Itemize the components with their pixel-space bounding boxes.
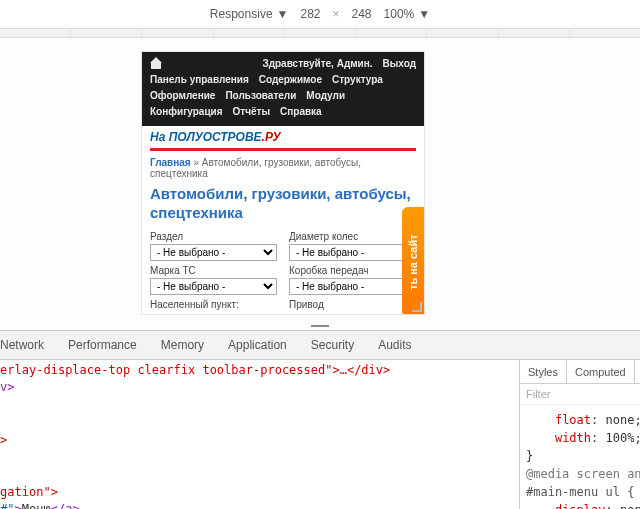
logo-text-2: ПОЛУОСТРОВЕ [169,130,262,144]
device-mode-label: Responsive [210,7,273,21]
styles-subtabs: Styles Computed E [520,360,640,384]
breadcrumb: Главная » Автомобили, грузовики, автобус… [142,157,424,185]
filter-label: Привод [289,299,416,310]
devtools-tab-audits[interactable]: Audits [378,338,411,352]
styles-subtab-more[interactable]: E [635,360,640,383]
devtools-tab-network[interactable]: Network [0,338,44,352]
home-icon[interactable] [150,59,162,69]
filter-select-gearbox[interactable]: - Не выбрано - [289,278,416,295]
dimension-separator: × [332,7,339,21]
breadcrumb-home[interactable]: Главная [150,157,191,168]
devtools-tab-performance[interactable]: Performance [68,338,137,352]
admin-menu-item[interactable]: Справка [280,104,322,120]
admin-menu-item[interactable]: Отчёты [233,104,270,120]
filter-grid: Раздел - Не выбрано - Диаметр колес - Не… [142,231,424,312]
filter-label: Марка ТС [150,265,277,276]
filter-block: Диаметр колес - Не выбрано - [289,231,416,261]
filter-block: Привод [289,299,416,312]
filter-label: Населенный пункт: [150,299,277,310]
admin-greeting[interactable]: Здравствуйте, Админ. [262,56,372,72]
device-mode-dropdown[interactable]: Responsive ▼ [210,7,289,21]
zoom-label: 100% [384,7,415,21]
logo-text-3: .РУ [262,130,281,144]
css-rules[interactable]: float: none; width: 100%; } @media scree… [520,405,640,509]
page-title: Автомобили, грузовики, автобусы, спецтех… [142,185,424,231]
device-frame: Здравствуйте, Админ. Выход Панель управл… [142,52,424,314]
ruler-bar [0,28,640,38]
device-height-input[interactable]: 248 [352,7,372,21]
divider [150,148,416,151]
styles-filter-input[interactable]: Filter [520,384,640,405]
filter-select-section[interactable]: - Не выбрано - [150,244,277,261]
filter-block: Коробка передач - Не выбрано - [289,265,416,295]
admin-menu-item[interactable]: Модули [306,88,345,104]
viewport-bottom-handle[interactable] [308,324,332,328]
filter-label: Диаметр колес [289,231,416,242]
filter-select-wheel-diameter[interactable]: - Не выбрано - [289,244,416,261]
filter-label: Раздел [150,231,277,242]
filter-select-brand[interactable]: - Не выбрано - [150,278,277,295]
dropdown-triangle-icon: ▼ [418,7,430,21]
admin-menu-item[interactable]: Содержимое [259,72,322,88]
devtools-tab-security[interactable]: Security [311,338,354,352]
styles-subtab-computed[interactable]: Computed [567,360,635,383]
devtools-tab-application[interactable]: Application [228,338,287,352]
goto-site-tab[interactable]: ть на сайт [402,207,424,314]
logout-link[interactable]: Выход [383,56,416,72]
filter-block: Марка ТС - Не выбрано - [150,265,277,295]
devtools-tabs: s Network Performance Memory Application… [0,330,640,360]
breadcrumb-sep: » [191,157,202,168]
admin-menu-item[interactable]: Панель управления [150,72,249,88]
device-toolbar: Responsive ▼ 282 × 248 100% ▼ [0,0,640,28]
admin-menu-item[interactable]: Структура [332,72,383,88]
device-width-input[interactable]: 282 [300,7,320,21]
viewport-area: Здравствуйте, Админ. Выход Панель управл… [0,38,640,330]
logo-text-1: На [150,130,169,144]
elements-panel[interactable]: ar overlay-displace-top clearfix toolbar… [0,360,520,509]
filter-block: Раздел - Не выбрано - [150,231,277,261]
admin-menu-item[interactable]: Пользователи [225,88,296,104]
zoom-dropdown[interactable]: 100% ▼ [384,7,431,21]
admin-menu-item[interactable]: Конфигурация [150,104,223,120]
site-logo[interactable]: На ПОЛУОСТРОВЕ.РУ [142,126,424,146]
styles-panel: Styles Computed E Filter float: none; wi… [520,360,640,509]
dropdown-triangle-icon: ▼ [277,7,289,21]
devtools-lower: ar overlay-displace-top clearfix toolbar… [0,360,640,509]
filter-label: Коробка передач [289,265,416,276]
admin-toolbar: Здравствуйте, Админ. Выход Панель управл… [142,52,424,126]
devtools-tab-memory[interactable]: Memory [161,338,204,352]
filter-block: Населенный пункт: [150,299,277,312]
admin-menu-item[interactable]: Оформление [150,88,215,104]
styles-subtab-styles[interactable]: Styles [520,360,567,383]
resize-grip-icon[interactable] [412,302,422,312]
